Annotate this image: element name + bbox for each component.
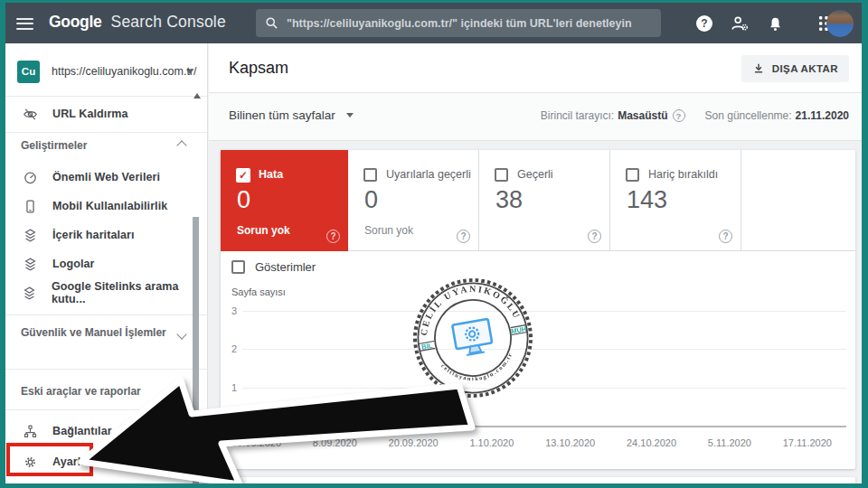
bell-icon	[767, 15, 784, 33]
sidebar-item-mobile-usability[interactable]: Mobil Kullanılabilirlik	[5, 192, 208, 221]
chevron-up-icon[interactable]	[176, 140, 186, 150]
phone-icon	[21, 199, 39, 214]
x-tick-label: 1.10.2020	[469, 437, 514, 448]
sidebar: Cu https://celiluyanikoglu.com.tr/ URL K…	[5, 43, 208, 483]
last-updated-label: Son güncellenme:	[705, 109, 792, 122]
sidebar-item-url-removal[interactable]: URL Kaldırma	[5, 96, 208, 132]
frame-edge	[0, 0, 868, 3]
sidebar-item-links[interactable]: Bağlantılar	[5, 416, 208, 446]
gauge-icon	[21, 170, 39, 185]
gridline	[242, 311, 846, 312]
frame-edge	[0, 0, 5, 488]
property-selector[interactable]: Cu https://celiluyanikoglu.com.tr/	[5, 54, 208, 89]
x-tick-label: 24.10.2020	[627, 437, 676, 448]
sidebar-item-settings[interactable]: Ayarlar	[5, 446, 208, 477]
layers-icon	[21, 257, 39, 272]
coverage-panel: ✓ Hata 0 Sorun yok ? Uyarılarla geçerli …	[221, 150, 855, 469]
card-value: 0	[237, 186, 250, 214]
menu-icon[interactable]	[16, 14, 38, 33]
download-icon	[752, 62, 765, 75]
x-tick-label: 8.09.2020	[313, 437, 357, 448]
page-filter-dropdown[interactable]: Bilinen tüm sayfalar	[229, 108, 364, 122]
eye-off-icon	[21, 107, 39, 122]
card-excluded[interactable]: Hariç bırakıldı 143 ?	[610, 150, 741, 251]
person-gear-icon	[730, 14, 750, 33]
card-valid[interactable]: Geçerli 38 ?	[479, 150, 610, 251]
x-tick-label: 20.09.2020	[389, 437, 439, 448]
y-tick-label: 2	[221, 343, 237, 354]
search-input[interactable]	[287, 17, 652, 30]
app-logo[interactable]: Google Search Console	[49, 13, 226, 32]
checkbox-icon[interactable]	[626, 168, 639, 182]
google-logo-text: Google	[49, 13, 101, 31]
frame-edge	[0, 483, 868, 488]
screenshot-frame: Google Search Console ? Cu https://celil…	[0, 0, 868, 488]
x-tick-label: 17.11.2020	[783, 437, 832, 448]
property-favicon: Cu	[17, 61, 40, 83]
frame-edge	[862, 0, 868, 488]
url-inspection-searchbox[interactable]	[256, 9, 661, 37]
sidebar-item-sitelinks-searchbox[interactable]: Google Sitelinks arama kutu...	[5, 278, 208, 307]
help-icon[interactable]: ?	[457, 230, 470, 243]
main-content: Kapsam DIŞA AKTAR Bilinen tüm sayfalar B…	[209, 43, 862, 483]
section-security-manual-actions[interactable]: Güvenlik ve Manuel İşlemler	[21, 325, 175, 340]
sidebar-item-sitemaps[interactable]: İçerik haritaları	[5, 221, 208, 249]
chevron-down-icon	[186, 70, 193, 74]
card-value: 0	[364, 186, 378, 214]
layers-icon	[21, 286, 38, 301]
sidebar-item-core-web-vitals[interactable]: Önemli Web Verileri	[5, 163, 208, 192]
impressions-toggle[interactable]: Gösterimler	[231, 260, 316, 274]
sidebar-scrollbar[interactable]	[193, 217, 199, 483]
export-button[interactable]: DIŞA AKTAR	[741, 55, 849, 82]
chevron-down-icon[interactable]	[176, 383, 186, 393]
report-meta: Birincil tarayıcı: Masaüstü ? Son güncel…	[541, 109, 849, 122]
card-valid-with-warnings[interactable]: Uyarılarla geçerli 0 Sorun yok ?	[348, 150, 479, 251]
chevron-down-icon[interactable]	[176, 329, 186, 339]
filter-bar: Bilinen tüm sayfalar Birincil tarayıcı: …	[209, 93, 862, 141]
divider	[5, 314, 207, 315]
account-settings-button[interactable]	[730, 14, 750, 33]
checkbox-icon[interactable]	[231, 260, 245, 274]
property-url: https://celiluyanikoglu.com.tr/	[52, 65, 197, 78]
checkbox-checked-icon[interactable]: ✓	[236, 168, 250, 183]
divider	[5, 369, 207, 370]
y-tick-label: 0	[221, 420, 237, 431]
help-icon[interactable]: ?	[326, 230, 340, 243]
x-tick-label: 28.08.2020	[231, 437, 281, 448]
help-icon[interactable]: ?	[673, 109, 685, 122]
card-error[interactable]: ✓ Hata 0 Sorun yok ?	[221, 150, 348, 251]
checkbox-icon[interactable]	[363, 168, 377, 182]
x-tick-label: 5.11.2020	[708, 437, 751, 448]
chart-zero-line	[242, 426, 846, 427]
card-value: 143	[627, 186, 667, 214]
user-avatar[interactable]	[826, 10, 854, 37]
sidebar-item-logos[interactable]: Logolar	[5, 249, 208, 278]
gridline	[242, 349, 846, 350]
checkbox-icon[interactable]	[495, 168, 508, 182]
help-icon[interactable]: ?	[588, 230, 601, 243]
gridline	[242, 388, 846, 389]
card-value: 38	[495, 186, 523, 214]
x-axis-labels: 28.08.2020 8.09.2020 20.09.2020 1.10.202…	[231, 437, 832, 448]
notifications-button[interactable]	[765, 14, 785, 33]
search-icon	[265, 16, 278, 30]
divider	[5, 409, 207, 410]
section-developments[interactable]: Geliştirmeler	[21, 138, 175, 153]
help-icon[interactable]: ?	[719, 230, 732, 243]
primary-crawler-label: Birincil tarayıcı:	[541, 109, 614, 122]
divider	[5, 132, 207, 133]
help-icon: ?	[696, 15, 712, 32]
y-tick-label: 3	[221, 305, 237, 316]
section-legacy-tools[interactable]: Eski araçlar ve raporlar	[21, 384, 175, 399]
y-tick-label: 1	[221, 382, 237, 393]
help-button[interactable]: ?	[694, 14, 714, 33]
last-updated-value: 21.11.2020	[796, 109, 849, 122]
sitemap-icon	[21, 424, 39, 439]
status-card-row: ✓ Hata 0 Sorun yok ? Uyarılarla geçerli …	[221, 150, 855, 251]
chevron-down-icon	[346, 113, 354, 117]
gear-icon	[21, 455, 39, 470]
layers-icon	[21, 228, 39, 243]
page-title-bar: Kapsam DIŞA AKTAR	[209, 43, 862, 93]
x-tick-label: 13.10.2020	[545, 437, 595, 448]
top-app-bar: Google Search Console ?	[5, 3, 862, 43]
